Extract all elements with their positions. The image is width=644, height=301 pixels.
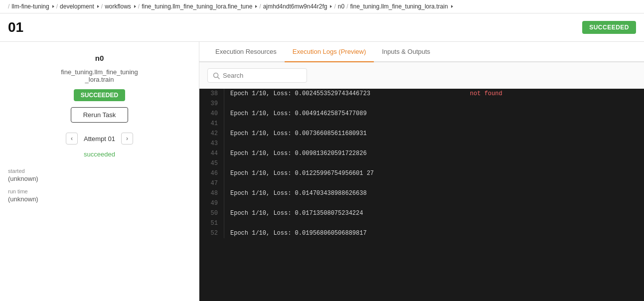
page-header: 01 SUCCEEDED [0, 13, 644, 42]
attempt-status: succeeded [84, 150, 115, 158]
task-status-badge: SUCCEEDED [74, 89, 125, 101]
rerun-task-button[interactable]: Rerun Task [71, 107, 129, 123]
task-name: fine_tuning.llm_fine_tuning _lora.train [61, 68, 138, 83]
breadcrumb-item-4[interactable]: / fine_tuning.llm_fine_tuning_lora.fine_… [138, 3, 258, 10]
breadcrumb-item-7[interactable]: / fine_tuning.llm_fine_tuning_lora.train [346, 3, 453, 10]
chevron-icon [255, 5, 257, 8]
log-row: 41 [199, 119, 644, 129]
main-layout: n0 fine_tuning.llm_fine_tuning _lora.tra… [0, 42, 644, 301]
search-box [207, 68, 307, 83]
log-row: 42 Epoch 1/10, Loss: 0.00736608561168093… [199, 129, 644, 139]
chevron-icon [451, 5, 453, 8]
tab-inputs-outputs[interactable]: Inputs & Outputs [374, 42, 438, 62]
run-time-label: run time [8, 188, 191, 194]
meta-section: started (unknown) run time (unknown) [8, 168, 191, 209]
chevron-icon [97, 5, 99, 8]
breadcrumb-item-5[interactable]: / ajmhd4ndt6mw9n44r2fg [259, 3, 332, 10]
breadcrumb-item-6: / n0 [334, 3, 344, 10]
search-container [199, 62, 644, 89]
tab-execution-logs[interactable]: Execution Logs (Preview) [285, 42, 374, 62]
started-value: (unknown) [8, 175, 191, 182]
log-row: 47 [199, 178, 644, 188]
log-row: 48 Epoch 1/10, Loss: 0.01470343898862663… [199, 188, 644, 198]
svg-line-1 [218, 77, 220, 79]
prev-attempt-button[interactable]: ‹ [66, 133, 78, 145]
started-label: started [8, 168, 191, 174]
chevron-icon [330, 5, 332, 8]
breadcrumb: / llm-fine-tuning / development / workfl… [0, 0, 644, 13]
log-row: 51 [199, 218, 644, 228]
header-status-badge: SUCCEEDED [582, 21, 636, 34]
attempt-navigation: ‹ Attempt 01 › [66, 133, 133, 145]
attempt-label: Attempt 01 [84, 135, 115, 143]
node-name: n0 [95, 54, 104, 62]
log-area[interactable]: 38 Epoch 1/10, Loss: 0.00245535297434467… [199, 89, 644, 301]
log-row: 44 Epoch 1/10, Loss: 0.00981362059172282… [199, 149, 644, 158]
log-row: 46 Epoch 1/10, Loss: 0.01225996754956601… [199, 168, 644, 178]
page-title: 01 [8, 19, 23, 35]
breadcrumb-item-3[interactable]: / workflows [101, 3, 136, 10]
log-row: 50 Epoch 1/10, Loss: 0.01713508075234224 [199, 208, 644, 218]
search-icon [213, 72, 220, 79]
log-row: 38 Epoch 1/10, Loss: 0.00245535297434467… [199, 89, 644, 99]
breadcrumb-item-1[interactable]: / llm-fine-tuning [8, 3, 54, 10]
log-row: 52 Epoch 1/10, Loss: 0.01956806050688981… [199, 228, 644, 238]
tabs-bar: Execution Resources Execution Logs (Prev… [199, 42, 644, 62]
chevron-icon [52, 5, 54, 8]
log-row: 49 [199, 198, 644, 208]
log-row: 45 [199, 158, 644, 168]
run-time-value: (unknown) [8, 195, 191, 203]
chevron-icon [134, 5, 136, 8]
breadcrumb-item-2[interactable]: / development [56, 3, 99, 10]
search-input[interactable] [223, 72, 293, 79]
log-row: 40 Epoch 1/10, Loss: 0.00491462587547708… [199, 109, 644, 119]
log-row: 43 [199, 139, 644, 149]
tab-execution-resources[interactable]: Execution Resources [207, 42, 285, 62]
log-row: 39 [199, 99, 644, 109]
next-attempt-button[interactable]: › [121, 133, 133, 145]
right-panel: Execution Resources Execution Logs (Prev… [199, 42, 644, 301]
left-panel: n0 fine_tuning.llm_fine_tuning _lora.tra… [0, 42, 199, 301]
